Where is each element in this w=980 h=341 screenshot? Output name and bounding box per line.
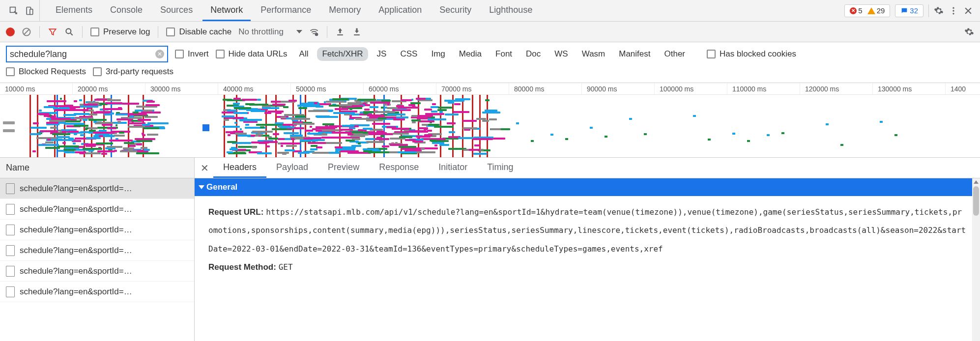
filter-input[interactable] (10, 49, 155, 59)
details-scrollbar[interactable] (972, 178, 980, 341)
details-tab-timing[interactable]: Timing (477, 158, 523, 178)
split-view: Name schedule?lang=en&sportId=…schedule?… (0, 158, 980, 341)
timeline-ticks: 10000 ms20000 ms30000 ms40000 ms50000 ms… (0, 83, 980, 95)
document-icon (6, 225, 15, 235)
settings-gear-icon[interactable] (964, 27, 974, 37)
general-section-header[interactable]: General (195, 178, 980, 196)
main-tab-security[interactable]: Security (432, 0, 479, 21)
main-tab-sources[interactable]: Sources (152, 0, 201, 21)
request-url-label: Request URL: (208, 207, 263, 217)
checkbox-box (166, 28, 175, 36)
download-icon[interactable] (352, 27, 362, 37)
disclosure-triangle-icon (199, 185, 204, 189)
close-details-icon[interactable]: ✕ (198, 162, 211, 174)
type-filter-css[interactable]: CSS (395, 47, 422, 61)
type-filter-doc[interactable]: Doc (521, 47, 546, 61)
filter-icon[interactable] (48, 27, 58, 37)
timeline-tick: 10000 ms (0, 83, 73, 94)
type-filter-all[interactable]: All (294, 47, 314, 61)
scrollbar-thumb[interactable] (973, 186, 979, 216)
clear-filter-icon[interactable]: ✕ (155, 50, 164, 58)
request-method-row: Request Method: GET (208, 258, 966, 276)
svg-rect-10 (354, 34, 360, 35)
general-section-title: General (206, 182, 237, 192)
svg-point-5 (952, 13, 954, 14)
details-tab-payload[interactable]: Payload (266, 158, 318, 178)
request-list-header[interactable]: Name (0, 158, 194, 178)
document-icon (6, 204, 15, 215)
main-tab-application[interactable]: Application (371, 0, 430, 21)
request-row[interactable]: schedule?lang=en&sportId=… (0, 282, 194, 302)
type-filter-js[interactable]: JS (372, 47, 392, 61)
request-row[interactable]: schedule?lang=en&sportId=… (0, 220, 194, 240)
upload-icon[interactable] (335, 27, 345, 37)
timeline-tick: 50000 ms (291, 83, 364, 94)
device-toggle-icon[interactable] (25, 6, 34, 16)
more-icon[interactable] (949, 6, 958, 16)
details-tabs: ✕ HeadersPayloadPreviewResponseInitiator… (195, 158, 980, 178)
inspect-element-icon[interactable] (9, 6, 19, 16)
blocked-cookies-checkbox[interactable]: Has blocked cookies (707, 49, 796, 59)
messages-badge[interactable]: 32 (898, 6, 920, 15)
request-row[interactable]: schedule?lang=en&sportId=… (0, 199, 194, 220)
request-name: schedule?lang=en&sportId=… (20, 287, 132, 297)
gear-icon[interactable] (934, 6, 944, 16)
main-tab-elements[interactable]: Elements (48, 0, 100, 21)
request-name: schedule?lang=en&sportId=… (20, 266, 132, 276)
search-icon[interactable] (64, 27, 74, 37)
type-filter-fetchxhr[interactable]: Fetch/XHR (317, 47, 368, 61)
preserve-log-label: Preserve log (103, 27, 150, 37)
main-tab-console[interactable]: Console (102, 0, 150, 21)
invert-label: Invert (188, 49, 209, 59)
main-tab-lighthouse[interactable]: Lighthouse (481, 0, 540, 21)
type-filter-wasm[interactable]: Wasm (577, 47, 610, 61)
separator (327, 26, 327, 38)
request-row[interactable]: schedule?lang=en&sportId=… (0, 261, 194, 282)
type-filter-font[interactable]: Font (490, 47, 517, 61)
errors-count: 5 (858, 6, 862, 15)
error-warning-badges[interactable]: ✕ 5 29 (844, 4, 890, 17)
type-filter-img[interactable]: Img (426, 47, 450, 61)
errors-badge[interactable]: ✕ 5 (848, 6, 864, 15)
main-tab-network[interactable]: Network (202, 0, 251, 21)
details-tab-response[interactable]: Response (369, 158, 429, 178)
type-filter-manifest[interactable]: Manifest (614, 47, 655, 61)
svg-point-7 (66, 28, 71, 33)
timeline-overview[interactable]: 10000 ms20000 ms30000 ms40000 ms50000 ms… (0, 83, 980, 158)
timeline-tick: 40000 ms (218, 83, 291, 94)
scroll-up-icon[interactable] (974, 180, 979, 184)
separator (82, 26, 83, 38)
third-party-checkbox[interactable]: 3rd-party requests (93, 67, 173, 77)
details-tab-headers[interactable]: Headers (213, 158, 266, 178)
timeline-tick: 60000 ms (364, 83, 436, 94)
separator (39, 26, 40, 38)
warnings-badge[interactable]: 29 (865, 6, 887, 15)
type-filter-ws[interactable]: WS (549, 47, 573, 61)
close-icon[interactable] (963, 6, 973, 16)
preserve-log-checkbox[interactable]: Preserve log (90, 27, 150, 37)
record-button[interactable] (6, 28, 15, 36)
blocked-requests-checkbox[interactable]: Blocked Requests (6, 67, 86, 77)
clear-icon[interactable] (22, 27, 31, 37)
throttling-select[interactable]: No throttling (238, 27, 302, 37)
network-conditions-icon[interactable] (309, 27, 319, 37)
devtools-main-toolbar: ElementsConsoleSourcesNetworkPerformance… (0, 0, 980, 22)
disable-cache-checkbox[interactable]: Disable cache (166, 27, 231, 37)
details-tab-initiator[interactable]: Initiator (429, 158, 477, 178)
divider (928, 4, 929, 17)
request-row[interactable]: schedule?lang=en&sportId=… (0, 178, 194, 199)
document-icon (6, 183, 15, 194)
type-filter-other[interactable]: Other (660, 47, 691, 61)
main-tab-performance[interactable]: Performance (253, 0, 319, 21)
filter-input-wrap[interactable]: ✕ (6, 46, 168, 62)
request-method-value: GET (279, 262, 293, 272)
request-name: schedule?lang=en&sportId=… (20, 204, 132, 214)
request-row[interactable]: schedule?lang=en&sportId=… (0, 240, 194, 261)
error-icon: ✕ (850, 7, 857, 14)
main-tab-memory[interactable]: Memory (321, 0, 369, 21)
invert-checkbox[interactable]: Invert (175, 49, 209, 59)
messages-badge-group[interactable]: 32 (895, 4, 923, 17)
details-tab-preview[interactable]: Preview (318, 158, 369, 178)
type-filter-media[interactable]: Media (454, 47, 487, 61)
hide-data-urls-checkbox[interactable]: Hide data URLs (216, 49, 288, 59)
